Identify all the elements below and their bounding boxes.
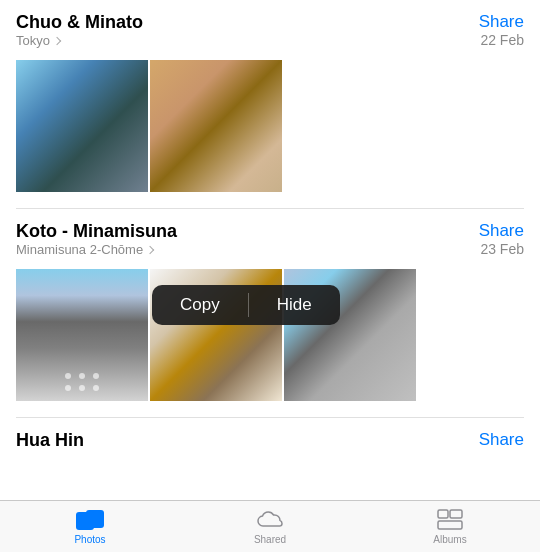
- albums-icon: [436, 508, 464, 532]
- section2-photo-1[interactable]: [16, 269, 148, 401]
- svg-rect-1: [450, 510, 462, 518]
- tab-albums-label: Albums: [433, 534, 466, 545]
- photos-icon: [76, 508, 104, 532]
- section2-share-btn[interactable]: Share: [479, 221, 524, 241]
- section1-photo-1[interactable]: [16, 60, 148, 192]
- context-menu-hide[interactable]: Hide: [249, 285, 340, 325]
- shared-icon: [256, 508, 284, 532]
- context-menu-copy[interactable]: Copy: [152, 285, 248, 325]
- subtitle2-chevron: [146, 246, 154, 254]
- section1-subtitle: Tokyo: [16, 33, 143, 48]
- section2-header: Koto - Minamisuna Minamisuna 2-Chōme Sha…: [16, 221, 524, 267]
- tab-photos-label: Photos: [74, 534, 105, 545]
- section2-subtitle: Minamisuna 2-Chōme: [16, 242, 177, 257]
- dot-row-1: [65, 373, 99, 379]
- section3-left: Hua Hin: [16, 430, 84, 451]
- dot: [93, 385, 99, 391]
- dot: [79, 373, 85, 379]
- section1-share-btn[interactable]: Share: [479, 12, 524, 32]
- photos-icon-shape: [76, 508, 104, 532]
- svg-rect-0: [438, 510, 448, 518]
- section2-left: Koto - Minamisuna Minamisuna 2-Chōme: [16, 221, 177, 267]
- dot: [93, 373, 99, 379]
- section3-header: Hua Hin Share: [16, 430, 524, 451]
- street-overlay: [16, 269, 148, 401]
- section1-right: Share 22 Feb: [479, 12, 524, 48]
- section1-date: 22 Feb: [479, 32, 524, 48]
- section1-photos-row: [16, 60, 524, 192]
- tab-shared-label: Shared: [254, 534, 286, 545]
- dot: [65, 373, 71, 379]
- svg-rect-2: [438, 521, 462, 529]
- tab-photos[interactable]: Photos: [0, 501, 180, 552]
- dot: [65, 385, 71, 391]
- section1-left: Chuo & Minato Tokyo: [16, 12, 143, 58]
- context-menu: Copy Hide: [152, 285, 340, 325]
- section3-share-btn[interactable]: Share: [479, 430, 524, 450]
- content-area: Chuo & Minato Tokyo Share 22 Feb Koto - …: [0, 0, 540, 500]
- dot-row-2: [65, 385, 99, 391]
- section3-right: Share: [479, 430, 524, 450]
- section-hua-hin: Hua Hin Share: [0, 418, 540, 451]
- subtitle-chevron: [53, 37, 61, 45]
- section-chuo-minato: Chuo & Minato Tokyo Share 22 Feb: [0, 0, 540, 192]
- albums-svg: [437, 509, 463, 531]
- section1-photo-2[interactable]: [150, 60, 282, 192]
- section2-right: Share 23 Feb: [479, 221, 524, 257]
- section2-title: Koto - Minamisuna: [16, 221, 177, 242]
- photos-icon-front: [76, 512, 94, 530]
- tab-bar: Photos Shared Albums: [0, 500, 540, 552]
- section1-header: Chuo & Minato Tokyo Share 22 Feb: [16, 12, 524, 58]
- tab-shared[interactable]: Shared: [180, 501, 360, 552]
- tab-albums[interactable]: Albums: [360, 501, 540, 552]
- section1-title: Chuo & Minato: [16, 12, 143, 33]
- dot: [79, 385, 85, 391]
- section2-date: 23 Feb: [479, 241, 524, 257]
- cloud-svg: [256, 510, 284, 530]
- section3-title: Hua Hin: [16, 430, 84, 451]
